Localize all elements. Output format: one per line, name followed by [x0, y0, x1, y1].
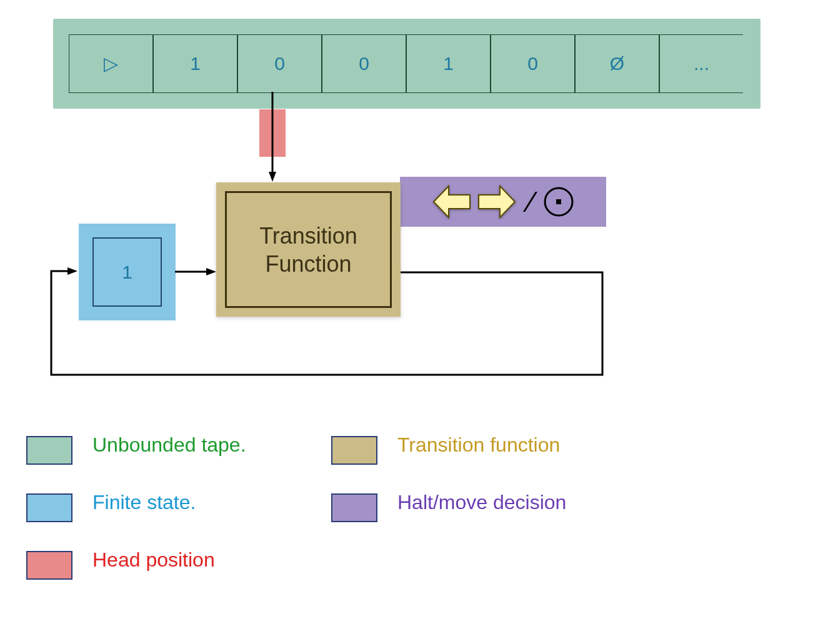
legend-label-head: Head position [92, 548, 215, 572]
svg-rect-3 [556, 199, 561, 204]
arrow-right-icon [477, 184, 517, 220]
tape-cell: 0 [491, 34, 575, 93]
legend-swatch-tf [331, 436, 377, 465]
halt-move-decision: ⁄ [400, 177, 606, 227]
tape-cell: ... [659, 34, 743, 93]
tape-cell: Ø [575, 34, 659, 93]
legend-swatch-state [26, 493, 72, 522]
slash-icon: ⁄ [529, 185, 534, 219]
tape-cell-value: 1 [190, 53, 201, 74]
legend-label-state: Finite state. [92, 491, 196, 514]
legend-label-tape: Unbounded tape. [92, 433, 246, 457]
tape-cells: ▷ 1 0 0 1 0 Ø ... [69, 34, 743, 93]
tape-cell-value: 1 [443, 53, 454, 74]
halt-icon [542, 186, 575, 218]
legend-swatch-halt [331, 493, 377, 522]
tape-cell-value: 0 [527, 53, 538, 74]
tape-cell: ▷ [69, 34, 153, 93]
tape-cell-value: 0 [359, 53, 369, 74]
svg-marker-6 [67, 267, 77, 275]
tape-cell-value: 0 [274, 53, 285, 74]
legend-swatch-head [26, 551, 72, 580]
tape-cell: 0 [322, 34, 406, 93]
legend-label-halt: Halt/move decision [397, 491, 566, 514]
turing-machine-diagram: ▷ 1 0 0 1 0 Ø ... ⁄ Transition Func [0, 0, 813, 644]
tape-cell-value: ▷ [104, 53, 118, 74]
tape-cell-value: ... [694, 53, 709, 74]
feedback-loop [44, 262, 619, 406]
arrow-left-icon [431, 184, 471, 220]
legend-swatch-tape [26, 436, 72, 465]
tape-cell: 1 [153, 34, 237, 93]
tape-cell: 1 [406, 34, 491, 93]
tf-label-line1: Transition [259, 223, 357, 249]
legend-label-tf: Transition function [397, 433, 560, 457]
tape-cell-value: Ø [610, 53, 624, 74]
arrow-tape-to-tf [267, 92, 280, 184]
svg-marker-1 [269, 172, 276, 182]
tape-cell: 0 [237, 34, 322, 93]
